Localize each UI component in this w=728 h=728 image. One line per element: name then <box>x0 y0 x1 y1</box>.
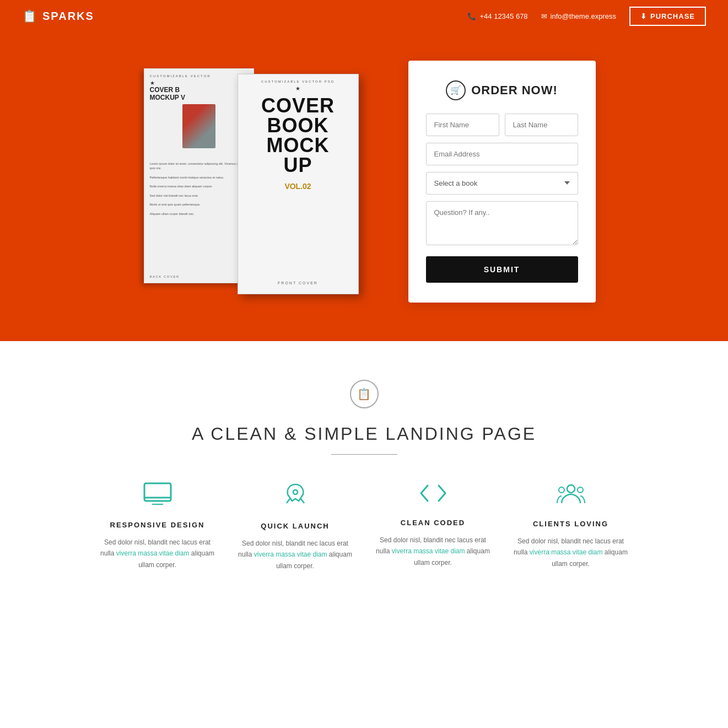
question-textarea[interactable] <box>426 201 578 245</box>
download-icon: ⬇ <box>640 12 647 20</box>
book-mockup-container: CUSTOMIZABLE VECTOR ★ COVER BMOCKUP V Lo… <box>133 63 375 300</box>
book-back-text: Lorem ipsum dolor sit amet, consectetur … <box>150 161 248 216</box>
purchase-label: PURCHASE <box>650 12 695 20</box>
book-person-image <box>182 104 215 148</box>
rocket-icon <box>238 482 353 512</box>
svg-point-6 <box>559 487 564 493</box>
feature-clients: CLIENTS LOVING Sed dolor nisl, blandit n… <box>502 482 640 571</box>
monitor-icon <box>100 482 215 511</box>
book-back-star: ★ <box>150 80 155 86</box>
feature-responsive-desc: Sed dolor nisl, blandit nec lacus erat n… <box>100 537 215 570</box>
feature-coded-desc: Sed dolor nisl, blandit nec lacus erat n… <box>375 535 491 568</box>
logo: 📋 SPARKS <box>22 9 94 24</box>
book-front: CUSTOMIZABLE VECTOR PSD ★ COVERBOOKMOCKU… <box>238 74 359 294</box>
last-name-input[interactable] <box>505 114 578 136</box>
submit-label: SUBMIT <box>484 265 520 274</box>
book-front-label-top: CUSTOMIZABLE VECTOR PSD <box>261 80 335 83</box>
logo-icon: 📋 <box>22 9 38 24</box>
feature-coded-title: CLEAN CODED <box>375 519 491 527</box>
email-row <box>426 143 578 165</box>
book-front-cover-label: FRONT COVER <box>278 281 318 288</box>
feature-launch: QUICK LAUNCH Sed dolor nisl, blandit nec… <box>227 482 364 571</box>
header-right: 📞 +44 12345 678 ✉ info@theme.express ⬇ P… <box>467 7 706 26</box>
feature-launch-link[interactable]: viverra massa vitae diam <box>254 551 327 558</box>
order-title-text: ORDER NOW! <box>471 83 558 98</box>
order-form: Select a book Book 1 Book 2 Book 3 SUBMI… <box>426 114 578 283</box>
hero-section: CUSTOMIZABLE VECTOR ★ COVER BMOCKUP V Lo… <box>0 33 728 341</box>
order-title: 🛒 ORDER NOW! <box>426 80 578 100</box>
book-select[interactable]: Select a book Book 1 Book 2 Book 3 <box>426 172 578 195</box>
features-grid: RESPONSIVE DESIGN Sed dolor nisl, blandi… <box>89 482 640 571</box>
email-address: info@theme.express <box>551 12 616 20</box>
email-icon: ✉ <box>541 12 547 20</box>
email-contact: ✉ info@theme.express <box>541 12 616 20</box>
book-back-label-top: CUSTOMIZABLE VECTOR <box>150 74 211 78</box>
purchase-button[interactable]: ⬇ PURCHASE <box>629 7 706 26</box>
feature-clients-link[interactable]: viverra massa vitae diam <box>530 548 603 556</box>
book-row: Select a book Book 1 Book 2 Book 3 <box>426 172 578 195</box>
svg-point-4 <box>293 490 298 494</box>
code-icon <box>375 482 491 509</box>
section2-title: A CLEAN & SIMPLE LANDING PAGE <box>22 424 706 444</box>
feature-coded-link[interactable]: viverra massa vitae diam <box>392 547 465 555</box>
feature-responsive-title: RESPONSIVE DESIGN <box>100 521 215 529</box>
feature-responsive-link[interactable]: viverra massa vitae diam <box>116 549 190 557</box>
question-row <box>426 201 578 245</box>
order-form-card: 🛒 ORDER NOW! Select a book Book 1 Book 2… <box>408 61 596 303</box>
section2-divider <box>331 454 397 455</box>
features-section: 📋 A CLEAN & SIMPLE LANDING PAGE RESPONSI… <box>0 341 728 599</box>
feature-launch-title: QUICK LAUNCH <box>238 522 353 530</box>
name-row <box>426 114 578 136</box>
feature-coded: CLEAN CODED Sed dolor nisl, blandit nec … <box>364 482 502 571</box>
users-icon <box>513 482 629 510</box>
book-front-star: ★ <box>295 85 300 91</box>
feature-clients-desc: Sed dolor nisl, blandit nec lacus erat n… <box>513 536 629 569</box>
section2-icon: 📋 <box>350 380 379 408</box>
svg-point-5 <box>567 485 575 493</box>
phone-icon: 📞 <box>467 12 476 20</box>
book-back-bottom-label: BACK COVER <box>150 275 180 278</box>
submit-button[interactable]: SUBMIT <box>426 256 578 283</box>
order-icon: 🛒 <box>446 80 466 100</box>
book-back-title: COVER BMOCKUP V <box>150 86 185 102</box>
logo-text: SPARKS <box>42 10 94 23</box>
site-header: 📋 SPARKS 📞 +44 12345 678 ✉ info@theme.ex… <box>0 0 728 33</box>
email-input[interactable] <box>426 143 578 165</box>
feature-clients-title: CLIENTS LOVING <box>513 520 629 528</box>
first-name-input[interactable] <box>426 114 499 136</box>
feature-responsive: RESPONSIVE DESIGN Sed dolor nisl, blandi… <box>89 482 227 571</box>
feature-launch-desc: Sed dolor nisl, blandit nec lacus erat n… <box>238 538 353 571</box>
phone-contact: 📞 +44 12345 678 <box>467 12 527 20</box>
svg-point-7 <box>578 487 583 493</box>
book-front-title: COVERBOOKMOCKUP <box>261 96 335 175</box>
book-front-vol: VOL.02 <box>284 182 311 191</box>
phone-number: +44 12345 678 <box>479 12 527 20</box>
